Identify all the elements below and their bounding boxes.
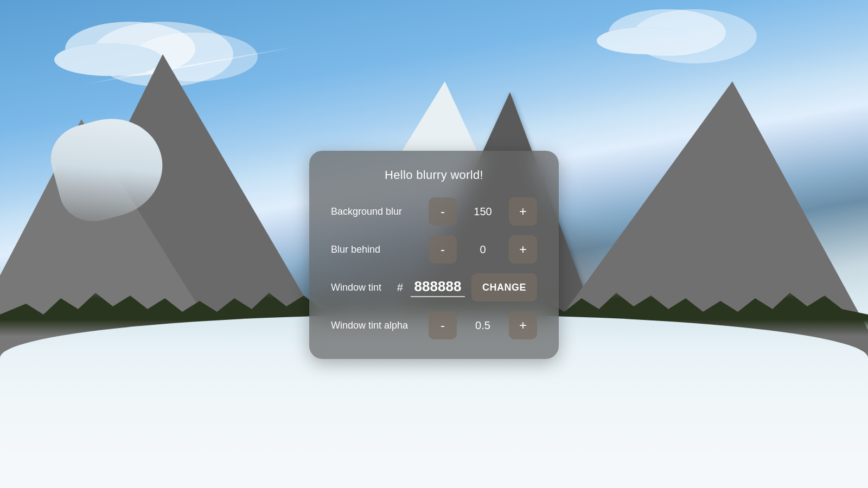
window-tint-label: Window tint xyxy=(331,282,391,293)
cloud-right xyxy=(597,27,694,54)
window-tint-alpha-minus-button[interactable]: - xyxy=(429,311,457,339)
settings-dialog: Hello blurry world! Background blur - 15… xyxy=(309,151,559,359)
background-blur-value: 150 xyxy=(463,206,502,218)
mountain-snow-cap xyxy=(401,81,477,152)
blur-behind-row: Blur behind - 0 + xyxy=(331,235,537,264)
window-tint-alpha-row: Window tint alpha - 0.5 + xyxy=(331,311,537,339)
window-tint-change-button[interactable]: CHANGE xyxy=(471,273,537,301)
window-tint-alpha-label: Window tint alpha xyxy=(331,320,422,331)
background-blur-label: Background blur xyxy=(331,206,422,217)
dialog-container: Hello blurry world! Background blur - 15… xyxy=(309,151,559,359)
window-tint-alpha-value: 0.5 xyxy=(463,319,502,332)
background-blur-minus-button[interactable]: - xyxy=(429,197,457,226)
dialog-title: Hello blurry world! xyxy=(331,168,537,182)
window-tint-value: 888888 xyxy=(411,278,465,297)
blur-behind-plus-button[interactable]: + xyxy=(509,235,537,264)
blur-behind-value: 0 xyxy=(463,243,502,256)
background-blur-row: Background blur - 150 + xyxy=(331,197,537,226)
window-tint-alpha-plus-button[interactable]: + xyxy=(509,311,537,339)
tint-hash-symbol: # xyxy=(397,281,403,294)
window-tint-row: Window tint # 888888 CHANGE xyxy=(331,273,537,301)
background-blur-plus-button[interactable]: + xyxy=(509,197,537,226)
blur-behind-minus-button[interactable]: - xyxy=(429,235,457,264)
blur-behind-label: Blur behind xyxy=(331,244,422,255)
